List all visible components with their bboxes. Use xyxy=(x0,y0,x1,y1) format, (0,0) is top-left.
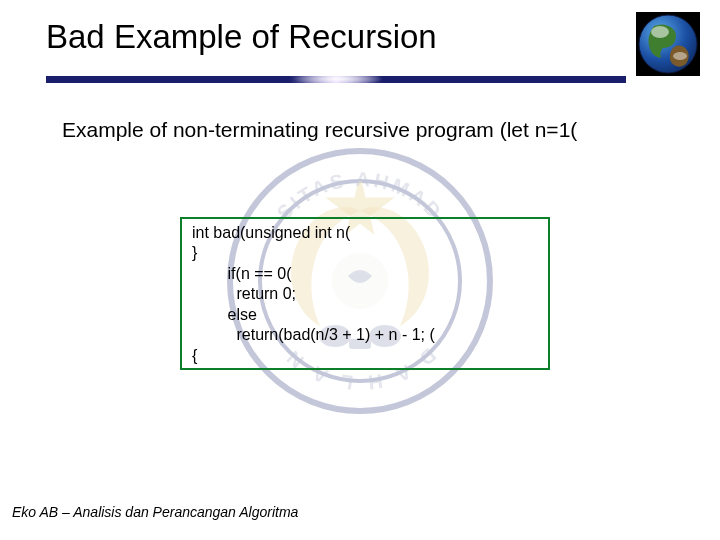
slide-title: Bad Example of Recursion xyxy=(46,18,437,56)
title-underline xyxy=(46,72,626,86)
code-line-2: } xyxy=(192,244,197,261)
code-box: int bad(unsigned int n( } if(n == 0( ret… xyxy=(180,217,550,370)
code-line-6: return(bad(n/3 + 1) + n - 1; ( xyxy=(192,326,435,343)
slide-subtitle: Example of non-terminating recursive pro… xyxy=(62,118,577,142)
svg-point-12 xyxy=(651,26,669,38)
svg-point-13 xyxy=(673,52,687,60)
code-line-1: int bad(unsigned int n( xyxy=(192,224,350,241)
slide: SITAS AHMAD D A H L A N Bad Example of R… xyxy=(0,0,720,540)
code-line-7: { xyxy=(192,347,197,364)
underline-bar xyxy=(46,72,626,86)
code-line-4: return 0; xyxy=(192,285,296,302)
code-line-3: if(n == 0( xyxy=(192,265,292,282)
svg-point-9 xyxy=(293,73,383,85)
code-content: int bad(unsigned int n( } if(n == 0( ret… xyxy=(192,223,538,366)
globe-icon xyxy=(636,12,700,76)
slide-footer: Eko AB – Analisis dan Perancangan Algori… xyxy=(12,504,298,520)
globe-svg xyxy=(636,12,700,76)
code-line-5: else xyxy=(192,306,257,323)
